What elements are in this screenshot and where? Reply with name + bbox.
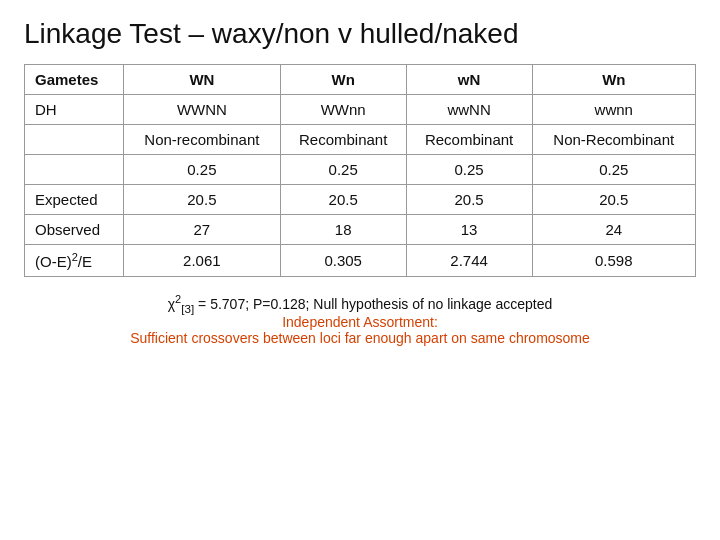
cell-expected-1: 20.5: [124, 185, 281, 215]
table-row: DH WWNN WWnn wwNN wwnn: [25, 95, 696, 125]
cell-expected-2: 20.5: [280, 185, 406, 215]
cell-dh-wwnn: WWNN: [124, 95, 281, 125]
table-row: Gametes WN Wn wN Wn: [25, 65, 696, 95]
cell-expected-3: 20.5: [406, 185, 532, 215]
page-title: Linkage Test – waxy/non v hulled/naked: [24, 18, 696, 50]
cell-observed-1: 27: [124, 215, 281, 245]
cell-dh-wwnn3: wwnn: [532, 95, 695, 125]
cell-dh-wwnn2: WWnn: [280, 95, 406, 125]
cell-gametes-wN: wN: [406, 65, 532, 95]
cell-dh-label: DH: [25, 95, 124, 125]
cell-nonrecomb2: Non-Recombinant: [532, 125, 695, 155]
table-row: Observed 27 18 13 24: [25, 215, 696, 245]
cell-gametes-label: Gametes: [25, 65, 124, 95]
cell-observed-2: 18: [280, 215, 406, 245]
cell-dh-wwNN: wwNN: [406, 95, 532, 125]
table-row: Non-recombinant Recombinant Recombinant …: [25, 125, 696, 155]
table-row: (O-E)2/E 2.061 0.305 2.744 0.598: [25, 245, 696, 277]
cell-prob-4: 0.25: [532, 155, 695, 185]
cell-observed-3: 13: [406, 215, 532, 245]
linkage-table: Gametes WN Wn wN Wn DH WWNN WWnn wwNN ww…: [24, 64, 696, 277]
cell-prob-label: [25, 155, 124, 185]
cell-expected-label: Expected: [25, 185, 124, 215]
cell-recomb1: Recombinant: [280, 125, 406, 155]
cell-prob-3: 0.25: [406, 155, 532, 185]
cell-observed-4: 24: [532, 215, 695, 245]
cell-nonrecomb: Non-recombinant: [124, 125, 281, 155]
chi-line: χ2[3] = 5.707; P=0.128; Null hypothesis …: [24, 293, 696, 314]
cell-recomb2: Recombinant: [406, 125, 532, 155]
cell-observed-label: Observed: [25, 215, 124, 245]
cell-gametes-wn3: Wn: [532, 65, 695, 95]
indep-line: Independent Assortment:: [24, 314, 696, 330]
cell-gametes-wn: WN: [124, 65, 281, 95]
cell-oe-4: 0.598: [532, 245, 695, 277]
table-row: Expected 20.5 20.5 20.5 20.5: [25, 185, 696, 215]
cell-oe-1: 2.061: [124, 245, 281, 277]
cell-oe-label: (O-E)2/E: [25, 245, 124, 277]
cell-oe-2: 0.305: [280, 245, 406, 277]
cell-gametes-wn2: Wn: [280, 65, 406, 95]
cell-recomb-label: [25, 125, 124, 155]
footer-section: χ2[3] = 5.707; P=0.128; Null hypothesis …: [24, 293, 696, 346]
cell-prob-1: 0.25: [124, 155, 281, 185]
crossover-line: Sufficient crossovers between loci far e…: [24, 330, 696, 346]
chi-symbol: χ2[3] = 5.707; P=0.128; Null hypothesis …: [168, 296, 552, 312]
table-row: 0.25 0.25 0.25 0.25: [25, 155, 696, 185]
cell-expected-4: 20.5: [532, 185, 695, 215]
cell-prob-2: 0.25: [280, 155, 406, 185]
cell-oe-3: 2.744: [406, 245, 532, 277]
